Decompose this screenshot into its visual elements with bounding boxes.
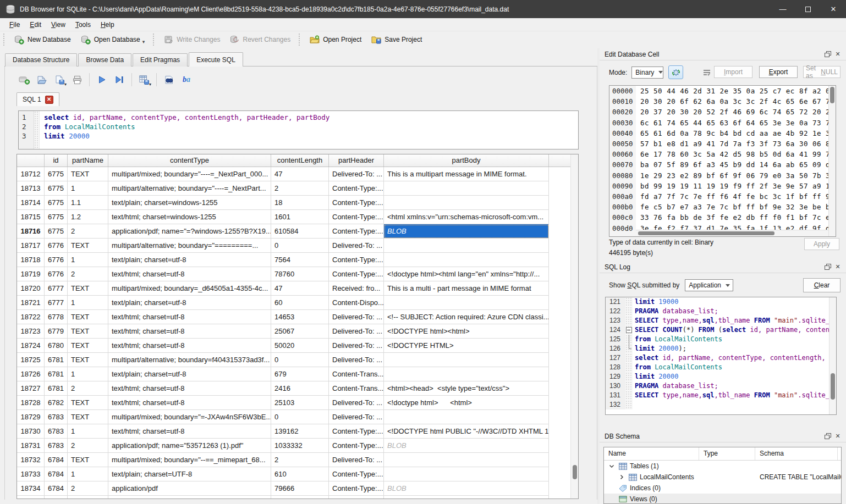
set-as-null-button[interactable]: Set as NULL <box>803 66 840 78</box>
table-row[interactable]: 1871367751multipart/alternative; boundar… <box>17 181 578 196</box>
revert-changes-button[interactable]: Revert Changes <box>225 34 295 46</box>
sql-editor[interactable]: 123 select id, partName, contentType, co… <box>18 110 579 149</box>
table-row[interactable]: 187226778TEXTtext/html; charset=utf-8146… <box>17 310 578 324</box>
close-tab-icon[interactable]: ✕ <box>45 96 53 104</box>
execute-line-button[interactable] <box>112 73 127 87</box>
open-database-button[interactable]: Open Database▾ <box>76 34 150 46</box>
row-number[interactable]: 18716 <box>17 224 45 239</box>
row-number[interactable]: 18717 <box>17 239 45 253</box>
row-number[interactable]: 18723 <box>17 324 45 339</box>
cell[interactable] <box>384 181 549 196</box>
format-sql-button[interactable]: ba <box>179 73 194 87</box>
sql-document-tab[interactable]: SQL 1✕ <box>17 92 59 106</box>
chevron-down-icon[interactable] <box>607 464 616 468</box>
cell[interactable] <box>384 239 549 253</box>
row-number[interactable]: 18719 <box>17 267 45 281</box>
table-row[interactable]: 1871867761text/plain; charset=utf-87564C… <box>17 253 578 267</box>
cell[interactable]: <!DOCTYPE HTML> <box>384 339 549 353</box>
new-sql-tab-button[interactable] <box>17 73 32 87</box>
row-number[interactable]: 18713 <box>17 181 45 196</box>
row-number[interactable]: 18728 <box>17 396 45 410</box>
row-number[interactable]: 18734 <box>17 481 45 496</box>
cell[interactable]: <!DOCTYPE html><html> <box>384 324 549 339</box>
table-row[interactable]: 1872767812text/html; charset=utf-82416Co… <box>17 381 578 396</box>
table-row[interactable]: 1873167832application/pdf; name="5357126… <box>17 439 578 453</box>
menu-edit[interactable]: Edit <box>25 19 46 31</box>
cell[interactable]: BLOB <box>384 439 549 453</box>
menu-help[interactable]: Help <box>96 19 119 31</box>
cell[interactable] <box>384 367 549 381</box>
print-button[interactable] <box>69 73 85 87</box>
close-panel-icon[interactable]: ✕ <box>833 49 843 59</box>
float-panel-icon[interactable] <box>823 262 833 272</box>
column-header-contentLength[interactable]: contentLength <box>271 154 329 167</box>
table-row[interactable]: 187286782TEXTtext/html; charset=utf-8251… <box>17 396 578 410</box>
schema-tree-item[interactable]: LocalMailContentsCREATE TABLE "LocalMail… <box>604 472 841 483</box>
cell[interactable] <box>384 453 549 467</box>
table-row[interactable]: 1873067831text/html; charset=utf-8139162… <box>17 424 578 439</box>
dropdown-caret-icon[interactable]: ▾ <box>142 39 145 45</box>
close-button[interactable]: ✕ <box>821 0 846 18</box>
chevron-right-icon[interactable] <box>617 474 626 480</box>
table-row[interactable]: 1871667752application/pdf; name="=?windo… <box>17 224 578 239</box>
table-row[interactable]: 187206777TEXTmultipart/mixed; boundary=_… <box>17 281 578 296</box>
hex-vertical-scrollbar[interactable] <box>828 86 836 236</box>
row-number[interactable]: 18718 <box>17 253 45 267</box>
cell[interactable]: <!doctype html><html lang="en" xmlns="ht… <box>384 267 549 281</box>
menu-file[interactable]: File <box>4 19 25 31</box>
sql-log-list[interactable]: 121limit 19000122PRAGMA database_list;12… <box>605 297 837 415</box>
table-row[interactable]: 1872667811text/plain; charset=utf-8679Co… <box>17 367 578 381</box>
import-button[interactable]: Import <box>714 66 752 78</box>
row-number[interactable]: 18722 <box>17 310 45 324</box>
table-row[interactable]: 187326784TEXTmultipart/mixed; boundary="… <box>17 453 578 467</box>
editor-code[interactable]: select id, partName, contentType, conten… <box>40 111 578 149</box>
cell[interactable] <box>384 196 549 210</box>
find-replace-button[interactable] <box>161 73 177 87</box>
open-project-button[interactable]: Open Project <box>305 34 366 46</box>
close-panel-icon[interactable]: ✕ <box>833 431 843 441</box>
row-number[interactable]: 18715 <box>17 210 45 224</box>
cell[interactable]: This is a multipart message in MIME form… <box>384 167 549 181</box>
results-vertical-scrollbar[interactable] <box>570 154 578 499</box>
auto-switch-mode-button[interactable] <box>668 65 683 79</box>
cell[interactable]: <!doctype html> <html> <box>384 396 549 410</box>
hex-horizontal-scrollbar[interactable] <box>636 230 828 236</box>
column-header-partName[interactable]: partName <box>68 154 108 167</box>
export-button[interactable]: Export <box>759 66 798 78</box>
minimize-button[interactable]: — <box>770 0 795 18</box>
table-row[interactable]: 187126775TEXTmultipart/mixed; boundary="… <box>17 167 578 181</box>
selected-cell[interactable]: BLOB <box>384 224 549 239</box>
row-number[interactable]: 18731 <box>17 439 45 453</box>
cell[interactable] <box>384 467 549 481</box>
cell[interactable]: <!-- SUBJECT: Action required: Azure CDN… <box>384 310 549 324</box>
table-row[interactable]: 187296783TEXTmultipart/mixed; boundary="… <box>17 410 578 424</box>
new-database-button[interactable]: New Database <box>9 34 76 46</box>
hex-editor[interactable]: 0000025 50 44 46 2d 31 2e 35 0a 25 c7 ec… <box>609 85 836 237</box>
cell[interactable] <box>384 410 549 424</box>
row-number[interactable]: 18726 <box>17 367 45 381</box>
table-row[interactable]: 1873467842application/pdf79666Content-Ty… <box>17 481 578 496</box>
menu-view[interactable]: View <box>46 19 70 31</box>
schema-tree-item[interactable]: Indices (0) <box>604 483 841 494</box>
close-panel-icon[interactable]: ✕ <box>833 262 843 272</box>
row-number[interactable]: 18727 <box>17 381 45 396</box>
maximize-button[interactable] <box>795 0 821 18</box>
write-changes-button[interactable]: Write Changes <box>159 34 225 46</box>
schema-column-name[interactable]: Name <box>604 447 699 460</box>
float-panel-icon[interactable] <box>823 49 833 59</box>
table-row[interactable]: 187236779TEXTtext/html; charset=utf-8250… <box>17 324 578 339</box>
clear-log-button[interactable]: Clear <box>803 278 840 292</box>
table-row[interactable]: 187176776TEXTmultipart/alternative; boun… <box>17 239 578 253</box>
cell[interactable]: <html xmlns:v="urn:schemas-microsoft-com… <box>384 210 549 224</box>
word-wrap-button[interactable] <box>700 65 714 79</box>
row-number[interactable]: 18725 <box>17 353 45 367</box>
row-number[interactable]: 18732 <box>17 453 45 467</box>
cell[interactable]: <html><head> <style type="text/css"> <box>384 381 549 396</box>
tab-execute-sql[interactable]: Execute SQL <box>189 52 243 67</box>
mode-combo[interactable]: Binary <box>631 67 663 79</box>
table-row[interactable]: 187246780TEXTtext/html; charset=utf-8500… <box>17 339 578 353</box>
schema-column-schema[interactable]: Schema <box>755 447 838 460</box>
column-header-partBody[interactable]: partBody <box>384 154 549 167</box>
log-filter-combo[interactable]: Application <box>685 279 733 291</box>
table-row[interactable]: 1871567751.2text/html; charset=windows-1… <box>17 210 578 224</box>
